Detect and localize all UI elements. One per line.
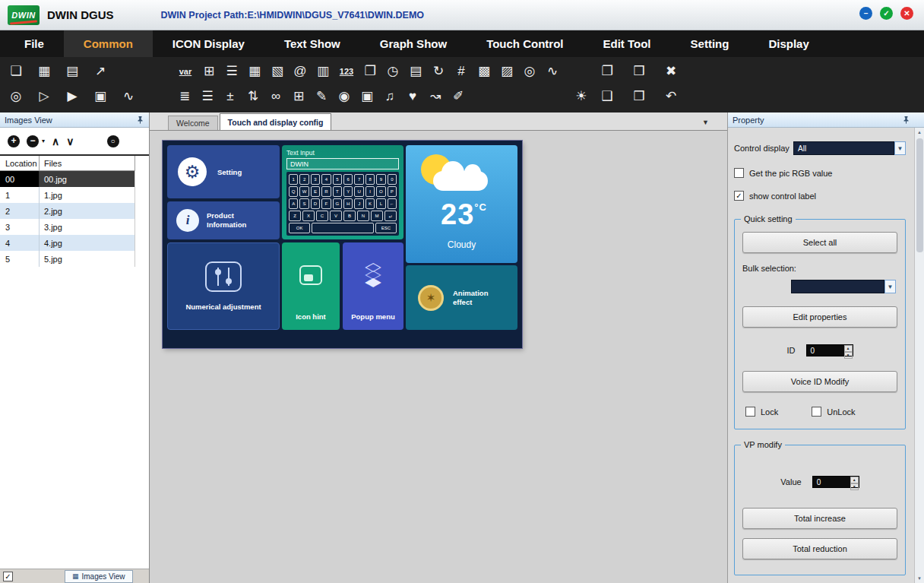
keyboard-key[interactable]: V: [330, 211, 342, 221]
remove-dropdown-caret[interactable]: ▾: [42, 138, 45, 144]
keyboard-key[interactable]: D: [311, 198, 320, 209]
keyboard-key[interactable]: U: [354, 186, 363, 197]
keyboard-key[interactable]: ESC: [375, 223, 397, 233]
print-icon[interactable]: ▤: [64, 62, 81, 81]
keyboard-key[interactable]: 4: [321, 174, 331, 185]
menu-item[interactable]: Setting: [671, 30, 749, 57]
animation-effect-tile[interactable]: ✶ Animation effect: [406, 265, 517, 330]
keyboard-key[interactable]: Z: [289, 211, 301, 221]
keyboard-key[interactable]: ←: [388, 198, 397, 209]
qr-display-icon[interactable]: ▩: [476, 62, 492, 81]
keyboard-key[interactable]: M: [371, 211, 383, 221]
gesture-icon[interactable]: ♥: [404, 87, 421, 106]
plus-minus-icon[interactable]: ±: [222, 87, 239, 106]
select-all-button[interactable]: Select all: [742, 232, 897, 253]
keyboard-key[interactable]: G: [333, 198, 342, 209]
move-up-button[interactable]: ∧: [52, 135, 59, 147]
id-input[interactable]: 0 ▲▼: [806, 344, 853, 356]
keyboard-key[interactable]: C: [316, 211, 328, 221]
numerical-adjustment-tile[interactable]: Numerical adjustment: [167, 242, 280, 330]
get-rgb-checkbox[interactable]: Get the pic RGB value: [734, 168, 906, 178]
scan-display-icon[interactable]: #: [453, 62, 470, 81]
vp-value-spinner[interactable]: ▲▼: [850, 477, 859, 487]
keyboard-key[interactable]: 6: [343, 174, 353, 185]
keyboard-key[interactable]: 8: [365, 174, 375, 185]
keyboard-key[interactable]: 3: [311, 174, 320, 185]
menu-item[interactable]: ICON Display: [153, 30, 264, 57]
image-display-icon[interactable]: ▧: [269, 62, 286, 81]
restore-button[interactable]: ✓: [880, 7, 893, 20]
vp-value-input[interactable]: 0 ▲▼: [812, 476, 859, 488]
screen-preview-icon[interactable]: ▣: [92, 87, 109, 106]
pen-icon[interactable]: ✎: [313, 87, 330, 106]
doc-search-icon[interactable]: ≣: [176, 87, 193, 106]
keyboard-key[interactable]: O: [376, 186, 385, 197]
keyboard-key[interactable]: Y: [343, 186, 353, 197]
menu-item[interactable]: Graph Show: [360, 30, 467, 57]
keyboard-key[interactable]: Q: [289, 186, 298, 197]
total-increase-button[interactable]: Total increase: [742, 508, 897, 529]
move-down-button[interactable]: ∨: [66, 135, 74, 147]
slider-display-icon[interactable]: ☰: [223, 62, 240, 81]
tab-touch-display-config[interactable]: Touch and display config: [220, 113, 332, 130]
keyboard-key[interactable]: S: [299, 198, 309, 209]
paste-special-icon[interactable]: ❒: [631, 87, 647, 106]
keyboard-key[interactable]: W: [299, 186, 309, 197]
setting-tile[interactable]: ⚙ Setting: [167, 145, 280, 198]
keyboard-key[interactable]: 5: [333, 174, 342, 185]
image-row[interactable]: 00 00.jpg: [0, 171, 134, 187]
keyboard-key[interactable]: ↵: [384, 211, 397, 221]
keyboard-key[interactable]: 9: [376, 174, 385, 185]
file-display-icon[interactable]: ❐: [362, 62, 378, 81]
keyboard-key[interactable]: [312, 223, 373, 233]
equalizer-icon[interactable]: ♫: [381, 87, 398, 106]
preview-icon[interactable]: ◎: [8, 87, 24, 106]
keyboard-key[interactable]: 7: [354, 174, 363, 185]
lock-checkbox[interactable]: Lock: [745, 407, 778, 417]
tab-list-dropdown[interactable]: ▼: [702, 119, 709, 126]
bulk-selection-select[interactable]: [791, 280, 884, 293]
bottom-checkbox[interactable]: [3, 572, 13, 581]
export-icon[interactable]: ↗: [92, 62, 109, 81]
copy-icon[interactable]: ❐: [599, 62, 615, 81]
save-icon[interactable]: ▦: [36, 62, 52, 81]
qr-photo-icon[interactable]: ▣: [359, 87, 375, 106]
menu-item[interactable]: Text Show: [264, 30, 360, 57]
keyboard-key[interactable]: 2: [299, 174, 309, 185]
popup-menu-tile[interactable]: ◇◇◆ Popup menu: [343, 242, 403, 330]
menu-item[interactable]: Common: [64, 30, 153, 57]
bulk-selection-dropdown-button[interactable]: ▼: [884, 280, 896, 293]
date-display-icon[interactable]: ▥: [315, 62, 331, 81]
roller-display-icon[interactable]: ◎: [521, 62, 538, 81]
menu-item[interactable]: File: [5, 30, 64, 57]
keyboard-key[interactable]: J: [354, 198, 363, 209]
keyboard-key[interactable]: H: [343, 198, 353, 209]
icon-hint-tile[interactable]: Icon hint: [282, 242, 340, 330]
keyboard-key[interactable]: T: [333, 186, 342, 197]
wave-icon[interactable]: ∿: [120, 87, 137, 106]
play-all-icon[interactable]: ▶: [64, 87, 81, 106]
rotate-display-icon[interactable]: ↻: [430, 62, 447, 81]
keyboard-key[interactable]: B: [343, 211, 356, 221]
minimize-button[interactable]: –: [859, 7, 872, 20]
text-input-field[interactable]: DWIN: [286, 158, 399, 170]
menu-item[interactable]: Touch Control: [467, 30, 583, 57]
table-display-icon[interactable]: ⊞: [201, 62, 217, 81]
keyboard-key[interactable]: OK: [289, 223, 310, 233]
remove-image-button[interactable]: −: [27, 135, 39, 147]
adjust-icon[interactable]: ⇅: [245, 87, 261, 106]
new-screen-icon[interactable]: ❏: [8, 62, 24, 81]
image-row[interactable]: 4 4.jpg: [0, 235, 134, 251]
keyboard-key[interactable]: 1: [289, 174, 298, 185]
tab-welcome[interactable]: Welcome: [168, 116, 218, 130]
image-row[interactable]: 3 3.jpg: [0, 219, 134, 235]
design-canvas[interactable]: ⚙ Setting Text Input DWIN 1234567890 QWE…: [150, 131, 727, 583]
image-row[interactable]: 5 5.jpg: [0, 251, 134, 267]
weather-tile[interactable]: 23°C Cloudy: [406, 145, 517, 263]
lasso-icon[interactable]: ↝: [427, 87, 444, 106]
keyboard-key[interactable]: F: [321, 198, 331, 209]
duplicate-icon[interactable]: ❒: [631, 62, 647, 81]
delete-icon[interactable]: ✖: [663, 62, 679, 81]
pin-icon[interactable]: [902, 116, 910, 124]
menu-item[interactable]: Display: [748, 30, 828, 57]
